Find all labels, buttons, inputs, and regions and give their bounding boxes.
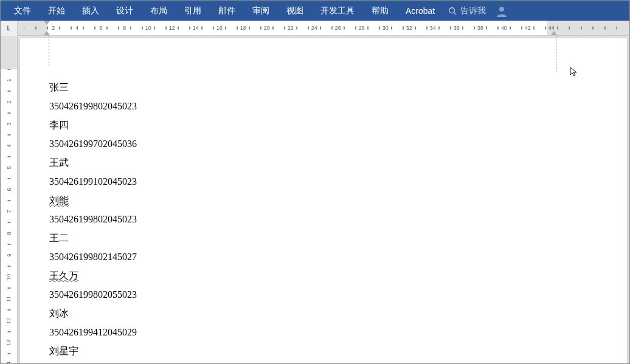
document-line[interactable]: 350426199702045036 [49, 134, 627, 153]
ruler-tab-selector[interactable]: L [1, 21, 18, 36]
tab-layout[interactable]: 布局 [142, 1, 176, 21]
document-page[interactable]: 张三350426199802045023李四350426199702045036… [20, 38, 627, 364]
v-ruler-tick: 13 [1, 332, 17, 354]
search-icon [448, 7, 457, 15]
ribbon-menu: 文件 开始 插入 设计 布局 引用 邮件 审阅 视图 开发工具 帮助 Acrob… [1, 1, 629, 21]
h-ruler-tick [463, 21, 475, 35]
tab-help[interactable]: 帮助 [363, 1, 397, 21]
v-ruler-marks: 1234567891011121314 [1, 69, 17, 364]
h-ruler-tick: 20 [261, 21, 273, 35]
document-line[interactable]: 王久万 [49, 266, 627, 285]
ruler-marks: 2468101214161820222426283032343638404244 [24, 21, 629, 35]
tab-references[interactable]: 引用 [176, 1, 210, 21]
h-ruler-tick: 16 [213, 21, 226, 35]
document-line[interactable]: 350426199802045023 [49, 210, 627, 228]
document-line[interactable]: 350426199102045023 [49, 172, 627, 191]
h-ruler-tick [107, 21, 119, 35]
h-ruler-tick: 24 [308, 21, 320, 35]
user-icon[interactable] [496, 5, 508, 17]
h-ruler-tick: 10 [142, 21, 154, 35]
document-line[interactable]: 350426199802045023 [49, 97, 627, 115]
h-ruler-tick: 14 [190, 21, 202, 35]
v-ruler-tick: 9 [1, 244, 17, 266]
h-ruler-tick [558, 21, 570, 35]
horizontal-ruler-container: L 24681012141618202224262830323436384042… [1, 21, 629, 36]
document-line[interactable]: 刘能 [49, 191, 627, 210]
h-ruler-tick [510, 21, 522, 35]
v-ruler-tick: 4 [1, 135, 17, 157]
h-ruler-tick: 40 [498, 21, 510, 35]
h-ruler-tick [178, 21, 190, 35]
h-ruler-tick [415, 21, 428, 35]
tab-home[interactable]: 开始 [40, 1, 74, 21]
document-line[interactable]: 王二 [49, 228, 627, 247]
h-ruler-tick: 30 [379, 21, 392, 35]
h-ruler-tick [60, 21, 72, 35]
h-ruler-tick: 28 [356, 21, 368, 35]
tab-design[interactable]: 设计 [108, 1, 142, 21]
h-ruler-tick [24, 21, 36, 35]
h-ruler-tick: 32 [403, 21, 415, 35]
h-ruler-tick [569, 21, 581, 35]
document-line[interactable]: 350426199412045029 [49, 323, 627, 342]
h-ruler-tick [368, 21, 380, 35]
h-ruler-tick [131, 21, 143, 35]
document-line[interactable]: 王武 [49, 153, 627, 172]
tab-review[interactable]: 审阅 [244, 1, 278, 21]
h-ruler-tick [581, 21, 594, 35]
h-ruler-tick [249, 21, 261, 35]
svg-point-2 [499, 7, 504, 12]
tab-file[interactable]: 文件 [5, 1, 40, 21]
h-ruler-tick [439, 21, 451, 35]
tab-insert[interactable]: 插入 [74, 1, 108, 21]
first-line-indent-marker[interactable] [44, 21, 50, 25]
v-ruler-tick: 11 [1, 288, 17, 310]
h-ruler-tick [297, 21, 309, 35]
right-margin-guide [556, 36, 556, 72]
v-ruler-tick: 1 [1, 69, 17, 91]
content-area: 1234567891011121314 张三350426199802045023… [1, 36, 629, 363]
document-line[interactable]: 张三 [49, 78, 627, 97]
v-ruler-tick: 6 [1, 179, 17, 201]
document-line[interactable]: 350426199802145027 [49, 247, 627, 266]
document-line[interactable]: 刘冰 [49, 304, 627, 323]
left-margin-guide [49, 36, 49, 66]
h-ruler-tick [202, 21, 214, 35]
v-ruler-tick: 5 [1, 157, 17, 179]
h-ruler-tick: 18 [237, 21, 249, 35]
v-ruler-tick: 3 [1, 113, 17, 135]
h-ruler-tick: 8 [119, 21, 131, 35]
v-ruler-tick: 7 [1, 201, 17, 222]
h-ruler-tick [226, 21, 238, 35]
document-line[interactable]: 刘星宇 [49, 342, 627, 360]
h-ruler-tick [273, 21, 285, 35]
tab-developer[interactable]: 开发工具 [312, 1, 363, 21]
hanging-indent-marker[interactable] [44, 31, 50, 35]
v-ruler-tick: 8 [1, 222, 17, 244]
v-ruler-tick: 14 [1, 354, 17, 364]
v-ruler-top-margin [1, 36, 17, 69]
h-ruler-tick [593, 21, 605, 35]
document-line[interactable]: 李四 [49, 115, 627, 134]
tab-view[interactable]: 视图 [278, 1, 312, 21]
tell-me-search[interactable]: 告诉我 [443, 5, 491, 16]
vertical-ruler[interactable]: 1234567891011121314 [1, 36, 18, 363]
tab-mailings[interactable]: 邮件 [210, 1, 244, 21]
tell-me-placeholder: 告诉我 [460, 5, 486, 16]
horizontal-ruler[interactable]: 2468101214161820222426283032343638404244 [18, 21, 629, 35]
h-ruler-tick: 26 [332, 21, 344, 35]
h-ruler-tick: 34 [427, 21, 439, 35]
h-ruler-tick [344, 21, 356, 35]
h-ruler-tick: 4 [71, 21, 83, 35]
tab-acrobat[interactable]: Acrobat [397, 1, 443, 21]
h-ruler-tick: 38 [474, 21, 486, 35]
h-ruler-tick [486, 21, 499, 35]
svg-line-1 [454, 12, 457, 15]
h-ruler-tick [605, 21, 617, 35]
v-ruler-tick: 2 [1, 91, 17, 113]
h-ruler-tick [83, 21, 95, 35]
v-ruler-tick: 12 [1, 310, 17, 332]
document-line[interactable]: 350426199802055023 [49, 285, 627, 304]
right-indent-marker[interactable] [551, 31, 557, 35]
h-ruler-tick: 42 [522, 21, 534, 35]
